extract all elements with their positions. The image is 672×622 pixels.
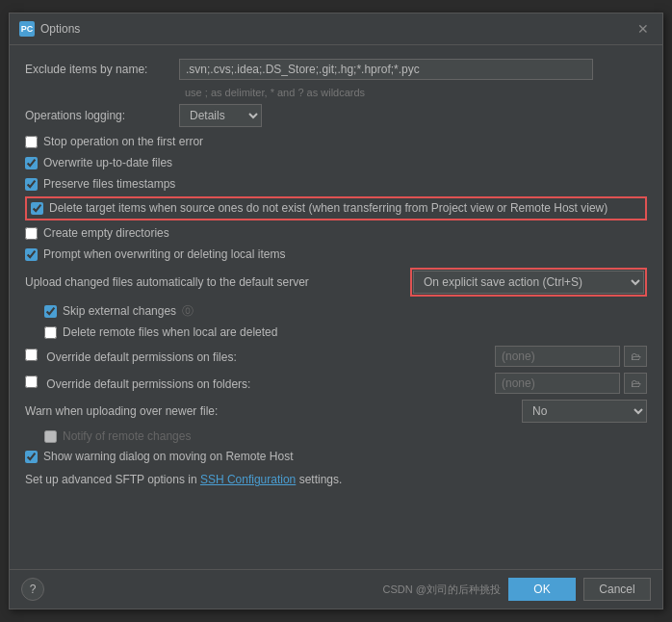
delete-target-row: Delete target items when source ones do … [25,196,647,220]
exclude-input[interactable] [179,59,593,80]
show-warning-label[interactable]: Show warning dialog on moving on Remote … [43,449,293,465]
stop-on-error-checkbox[interactable] [25,136,38,148]
skip-external-help-icon: ⓪ [182,303,194,320]
skip-external-label[interactable]: Skip external changes [63,303,176,320]
create-empty-dirs-checkbox[interactable] [25,227,38,240]
notify-remote-row: Notify of remote changes [25,428,647,445]
exclude-hint: use ; as delimiter, * and ? as wildcards [185,87,647,98]
preserve-timestamps-row: Preserve files timestamps [25,176,647,193]
override-permissions-folders-checkbox[interactable] [25,376,38,388]
footer-buttons: CSDN @刘司的后种挑投 OK Cancel [383,578,651,601]
ssh-text-before: Set up advanced SFTP options in [25,473,200,486]
skip-external-row: Skip external changes ⓪ [25,303,647,320]
options-dialog: PC Options ✕ Exclude items by name: use … [9,13,663,609]
upload-select-wrap: On explicit save action (Ctrl+S) Always … [410,268,647,297]
help-button[interactable]: ? [21,578,44,601]
warn-select[interactable]: No Yes [522,400,647,423]
operations-logging-select-wrap: Details Summary None [179,104,262,127]
preserve-timestamps-label[interactable]: Preserve files timestamps [43,176,175,193]
ssh-config-link[interactable]: SSH Configuration [200,473,296,486]
permissions-folders-label: Override default permissions on folders: [25,376,495,391]
app-icon: PC [19,21,35,37]
show-warning-row: Show warning dialog on moving on Remote … [25,449,647,465]
warn-label: Warn when uploading over newer file: [25,404,218,418]
delete-target-label[interactable]: Delete target items when source ones do … [49,200,607,217]
permissions-files-right: 🗁 [495,346,647,367]
stop-on-error-row: Stop operation on the first error [25,134,647,150]
operations-logging-label: Operations logging: [25,109,179,122]
delete-remote-row: Delete remote files when local are delet… [25,324,647,341]
dialog-footer: ? CSDN @刘司的后种挑投 OK Cancel [10,569,662,609]
operations-logging-row: Operations logging: Details Summary None [25,104,647,127]
permissions-files-label: Override default permissions on files: [25,349,495,364]
permissions-files-browse-button[interactable]: 🗁 [624,346,647,367]
operations-logging-select[interactable]: Details Summary None [179,104,262,127]
upload-select[interactable]: On explicit save action (Ctrl+S) Always … [413,271,644,294]
delete-remote-label[interactable]: Delete remote files when local are delet… [63,324,277,341]
overwrite-uptodate-row: Overwrite up-to-date files [25,155,647,171]
override-permissions-files-checkbox[interactable] [25,349,38,361]
create-empty-dirs-label[interactable]: Create empty directories [43,225,169,242]
cancel-button[interactable]: Cancel [583,578,651,601]
stop-on-error-label[interactable]: Stop operation on the first error [43,134,203,150]
overwrite-uptodate-checkbox[interactable] [25,157,38,169]
notify-remote-label: Notify of remote changes [63,428,191,445]
upload-row: Upload changed files automatically to th… [25,268,647,297]
exclude-row: Exclude items by name: [25,59,647,80]
dialog-title: Options [40,22,80,36]
create-empty-dirs-row: Create empty directories [25,225,647,242]
title-bar-left: PC Options [19,21,80,37]
warn-row: Warn when uploading over newer file: No … [25,400,647,423]
dialog-content: Exclude items by name: use ; as delimite… [10,45,662,569]
close-button[interactable]: ✕ [633,19,653,39]
ok-button[interactable]: OK [508,578,576,601]
prompt-overwrite-label[interactable]: Prompt when overwriting or deleting loca… [43,246,285,263]
notify-remote-checkbox[interactable] [44,430,57,443]
permissions-files-input[interactable] [495,346,620,367]
permissions-files-row: Override default permissions on files: 🗁 [25,346,647,367]
permissions-folders-input[interactable] [495,373,620,394]
delete-target-checkbox[interactable] [31,202,43,215]
overwrite-uptodate-label[interactable]: Overwrite up-to-date files [43,155,172,171]
permissions-folders-right: 🗁 [495,373,647,394]
ssh-row: Set up advanced SFTP options in SSH Conf… [25,473,647,486]
title-bar: PC Options ✕ [10,13,662,45]
upload-label: Upload changed files automatically to th… [25,275,309,289]
prompt-overwrite-checkbox[interactable] [25,248,38,261]
skip-external-checkbox[interactable] [44,305,57,318]
show-warning-checkbox[interactable] [25,451,38,463]
prompt-overwrite-row: Prompt when overwriting or deleting loca… [25,246,647,263]
override-permissions-files-text[interactable]: Override default permissions on files: [46,350,236,364]
permissions-folders-browse-button[interactable]: 🗁 [624,373,647,394]
exclude-label: Exclude items by name: [25,63,179,76]
watermark-text: CSDN @刘司的后种挑投 [383,583,501,597]
override-permissions-folders-text[interactable]: Override default permissions on folders: [46,377,250,391]
permissions-folders-row: Override default permissions on folders:… [25,373,647,394]
delete-remote-checkbox[interactable] [44,326,57,339]
preserve-timestamps-checkbox[interactable] [25,178,38,191]
ssh-text-after: settings. [299,473,343,486]
